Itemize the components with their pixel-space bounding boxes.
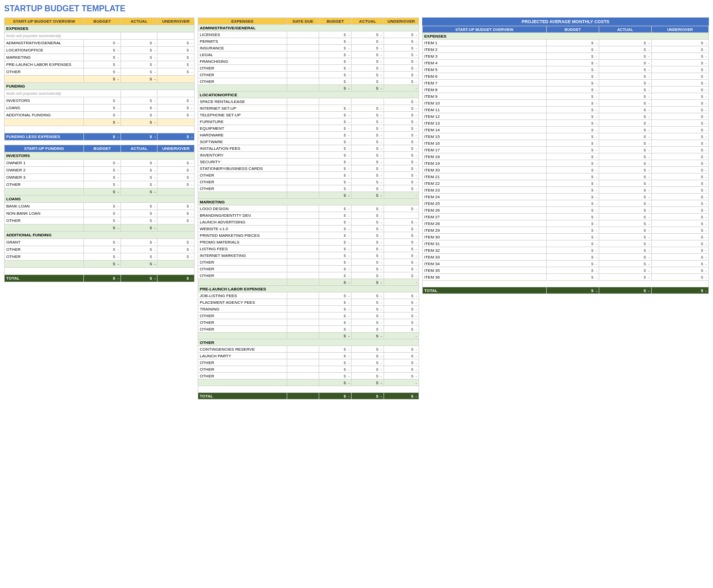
list-item: LAUNCH ADVERTISING$ -$ -$ - (198, 219, 419, 226)
list-item: ITEM 32$ -$ -$ - (423, 247, 709, 254)
list-item: OTHER$ -$ -$ - (198, 179, 419, 185)
list-item: OTHER$ -$ -$ - (198, 326, 419, 333)
list-item: INTERNET MARKETING$ -$ -$ - (198, 252, 419, 259)
list-item: ITEM 18$ -$ -$ - (423, 153, 709, 160)
other-total-row: $ - $ - - (198, 379, 419, 386)
list-item: ITEM 21$ -$ -$ - (423, 174, 709, 180)
list-item: HARDWARE$ -$ -$ - (198, 132, 419, 139)
list-item: ITEM 30$ -$ -$ - (423, 234, 709, 240)
right-expenses-label: EXPENSES (423, 33, 709, 40)
list-item: SOFTWARE$ -$ -$ - (198, 139, 419, 145)
right-budget-col: BUDGET (546, 26, 599, 33)
list-item: OTHER$ -$ -$ - (198, 172, 419, 179)
list-item: INSURANCE$ -$ -$ - (198, 45, 419, 51)
list-item: OTHER $ - $ - $ - (5, 181, 195, 188)
list-item: WEBSITE v.1.0$ -$ -$ - (198, 226, 419, 232)
list-item: OWNER 3 $ - $ - $ - (5, 174, 195, 181)
list-item: BRANDING/IDENTITY DEV.$ -$ - (198, 212, 419, 219)
funding-less-expenses-row: FUNDING LESS EXPENSES $ - $ - $ - (5, 133, 195, 141)
list-item: BANK LOAN $ - $ - $ - (5, 203, 195, 210)
list-item: ADMINISTRATIVE/GENERAL $ - $ - $ - (5, 40, 195, 47)
list-item: ITEM 28$ -$ -$ - (423, 220, 709, 227)
overview-actual-header: ACTUAL (120, 18, 158, 25)
list-item: SPACE RENTAL/LEASE$ - (198, 98, 419, 105)
list-item: STATIONERY/BUSINESS CARDS$ -$ -$ - (198, 165, 419, 172)
list-item: FURNITURE$ -$ -$ - (198, 118, 419, 125)
right-actual-col: ACTUAL (599, 26, 651, 33)
list-item: OTHER$ -$ -$ - (198, 259, 419, 266)
list-item: ITEM 12$ -$ -$ - (423, 113, 709, 120)
list-item: LOGO DESIGN$ -$ -$ - (198, 205, 419, 212)
list-item: ITEM 14$ -$ -$ - (423, 127, 709, 133)
list-item: PRE-LAUNCH LABOR EXPENSES $ - $ - $ - (5, 61, 195, 68)
list-item: ITEM 6$ -$ -$ - (423, 73, 709, 80)
list-item: ITEM 1$ -$ -$ - (423, 40, 709, 46)
list-item: OTHER$ -$ -$ - (198, 266, 419, 272)
list-item: LICENSES$ -$ -$ - (198, 31, 419, 38)
overview-budget-header: BUDGET (84, 18, 121, 25)
overview-header: START-UP BUDGET OVERVIEW (5, 18, 84, 25)
list-item: INTERNET SET-UP$ -$ -$ - (198, 105, 419, 112)
list-item: OTHER$ -$ -$ - (198, 185, 419, 192)
list-item: ITEM 10$ -$ -$ - (423, 100, 709, 107)
list-item: OTHER $ - $ - $ - (5, 217, 195, 224)
left-panel: START-UP BUDGET OVERVIEW BUDGET ACTUAL U… (4, 18, 195, 400)
list-item: ITEM 33$ -$ -$ - (423, 254, 709, 261)
list-item: ITEM 24$ -$ -$ - (423, 194, 709, 200)
list-item: ADDITIONAL FUNDING $ - $ - $ - (5, 112, 195, 119)
right-grand-total-row: TOTAL $ - $ - $ - (423, 287, 709, 294)
overview-underover-header: UNDER/OVER (158, 18, 195, 25)
marketing-section-header: MARKETING (198, 199, 419, 205)
list-item: OTHER$ -$ -$ - (198, 272, 419, 279)
auto-populate-note2: fields will populate automatically (5, 90, 121, 97)
list-item: ITEM 5$ -$ -$ - (423, 66, 709, 73)
list-item: TELEPHONE SET-UP$ -$ -$ - (198, 112, 419, 118)
list-item: ITEM 7$ -$ -$ - (423, 80, 709, 87)
loans-label: LOANS (5, 196, 195, 203)
list-item: PRINTED MARKETING PIECES$ -$ -$ - (198, 232, 419, 239)
right-overview-col: START-UP BUDGET OVERVIEW (423, 26, 547, 33)
list-item: ITEM 27$ -$ -$ - (423, 214, 709, 220)
list-item: ITEM 4$ -$ -$ - (423, 60, 709, 66)
list-item: OWNER 1 $ - $ - $ - (5, 160, 195, 167)
list-item: NON-BANK LOAN $ - $ - $ - (5, 210, 195, 217)
projected-header: PROJECTED AVERAGE MONTHLY COSTS (422, 18, 709, 26)
list-item: OTHER$ -$ -$ - (198, 313, 419, 319)
investors-total-row: $ - $ - (5, 188, 195, 196)
location-section-header: LOCATION/OFFICE (198, 92, 419, 98)
admin-section-header: ADMINISTRATIVE/GENERAL (198, 25, 419, 31)
list-item: ITEM 11$ -$ -$ - (423, 107, 709, 113)
funding-underover-col: UNDER/OVER (158, 145, 195, 152)
auto-populate-note: fields will populate automatically (5, 32, 121, 40)
list-item: ITEM 31$ -$ -$ - (423, 240, 709, 247)
list-item: ITEM 9$ -$ -$ - (423, 93, 709, 100)
other-section-header: OTHER (198, 339, 419, 346)
list-item: ITEM 23$ -$ -$ - (423, 187, 709, 194)
list-item: INVENTORY$ -$ -$ - (198, 152, 419, 159)
list-item: JOB-LISTING FEES$ -$ -$ - (198, 292, 419, 299)
list-item: ITEM 19$ -$ -$ - (423, 160, 709, 167)
list-item: OTHER$ -$ -$ - (198, 366, 419, 373)
loans-total-row: $ - $ - (5, 224, 195, 232)
list-item: ITEM 29$ -$ -$ - (423, 227, 709, 234)
list-item: TRAINING$ -$ -$ - (198, 306, 419, 313)
expenses-total-row: $ - $ - - (5, 76, 195, 83)
list-item: ITEM 3$ -$ -$ - (423, 53, 709, 60)
additional-funding-total-row: $ - $ - (5, 261, 195, 268)
location-total-row: $ - $ - - (198, 192, 419, 199)
list-item: ITEM 36$ -$ -$ - (423, 274, 709, 281)
additional-funding-label: ADDITIONAL FUNDING (5, 232, 195, 239)
list-item: ITEM 13$ -$ -$ - (423, 120, 709, 127)
list-item: MARKETING $ - $ - $ - (5, 54, 195, 61)
list-item: INSTALLATION FEES$ -$ -$ - (198, 145, 419, 152)
mid-grand-total-row: TOTAL $ - $ - $ - (198, 393, 419, 400)
middle-panel: EXPENSES DATE DUE BUDGET ACTUAL UNDER/OV… (198, 18, 419, 400)
mid-budget-header: BUDGET (319, 18, 352, 25)
list-item: OTHER$ -$ -$ - (198, 319, 419, 326)
list-item: OTHER $ - $ - $ - (5, 253, 195, 261)
list-item: LISTING FEES$ -$ -$ - (198, 246, 419, 252)
page-title: STARTUP BUDGET TEMPLATE (4, 4, 709, 13)
list-item: ITEM 2$ -$ -$ - (423, 46, 709, 53)
list-item: EQUIPMENT$ -$ -$ - (198, 125, 419, 132)
list-item: INVESTORS $ - $ - $ - (5, 97, 195, 105)
